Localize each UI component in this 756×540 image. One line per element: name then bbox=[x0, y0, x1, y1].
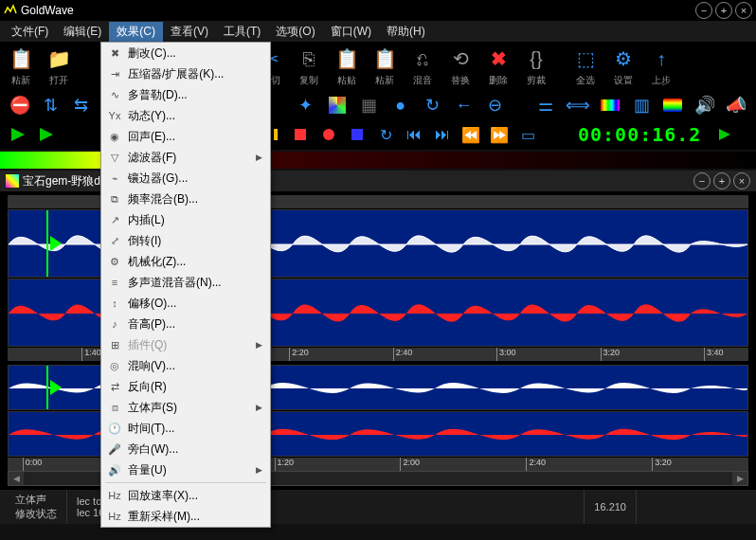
film-icon[interactable]: ▦ bbox=[357, 93, 381, 117]
selall-button[interactable]: ⬚全选 bbox=[568, 45, 603, 87]
time-display: 00:00:16.2 bbox=[572, 123, 707, 146]
menu-item-reverb[interactable]: ◎混响(V)... bbox=[101, 355, 270, 376]
bars-icon[interactable]: ▥ bbox=[629, 93, 653, 117]
swap-v-icon[interactable]: ⇅ bbox=[38, 93, 63, 117]
grid-icon[interactable] bbox=[325, 93, 349, 117]
play2-button[interactable] bbox=[36, 124, 57, 145]
star-icon[interactable]: ✦ bbox=[294, 93, 317, 117]
volume-icon: 🔊 bbox=[105, 462, 124, 477]
menu-item-filter[interactable]: ▽滤波器(F)▶ bbox=[101, 147, 270, 168]
submenu-arrow-icon: ▶ bbox=[256, 403, 266, 412]
menu-view[interactable]: 查看(V) bbox=[163, 22, 216, 42]
maximize-button[interactable]: + bbox=[715, 2, 732, 19]
up-button[interactable]: ↑上步 bbox=[644, 45, 678, 87]
menu-item-pitch[interactable]: ♪音高(P)... bbox=[101, 314, 270, 334]
prev-button[interactable]: ⏮ bbox=[404, 124, 424, 145]
scroll-right-button[interactable]: ▶ bbox=[732, 472, 747, 485]
menu-item-echo[interactable]: ◉回声(E)... bbox=[101, 126, 270, 147]
replace-button[interactable]: ⟲替换 bbox=[443, 45, 477, 87]
menu-item-voiceover[interactable]: 🎤旁白(W)... bbox=[101, 439, 270, 459]
doc-minimize-button[interactable]: − bbox=[693, 172, 711, 189]
next-button[interactable]: ⏭ bbox=[432, 124, 453, 145]
speaker2-icon[interactable]: 📣 bbox=[725, 93, 748, 117]
hz-icon: Hz bbox=[105, 488, 124, 503]
loop-button[interactable]: ↻ bbox=[375, 124, 396, 145]
circle-h-icon[interactable]: ⊖ bbox=[483, 93, 507, 117]
ff-button[interactable]: ⏩ bbox=[489, 124, 510, 145]
menu-item-delete[interactable]: ✖删改(C)... bbox=[101, 43, 270, 63]
flanger-icon: ⌁ bbox=[105, 171, 124, 186]
menu-item-stereo[interactable]: ⧈立体声(S)▶ bbox=[101, 397, 270, 418]
doc-close-button[interactable]: × bbox=[733, 172, 750, 189]
arrow-left-icon[interactable]: ← bbox=[452, 93, 476, 117]
open-button[interactable]: 📁打开 bbox=[42, 45, 76, 87]
svg-marker-1 bbox=[40, 128, 53, 141]
menu-item-dynamics[interactable]: Yx动态(Y)... bbox=[101, 105, 270, 126]
menu-item-mechanize[interactable]: ⚙机械化(Z)... bbox=[101, 251, 270, 272]
menu-item-freqblend[interactable]: ⧉频率混合(B)... bbox=[101, 189, 270, 209]
marker-button[interactable]: ▭ bbox=[517, 124, 538, 145]
menu-item-invert[interactable]: ⤢倒转(I) bbox=[101, 230, 270, 251]
compressor-icon: ⇥ bbox=[105, 66, 124, 81]
rec-button[interactable] bbox=[318, 124, 339, 145]
mix-button[interactable]: ⎌混音 bbox=[405, 45, 440, 87]
minimize-button[interactable]: − bbox=[695, 2, 712, 19]
doc-maximize-button[interactable]: + bbox=[713, 172, 730, 189]
reverse-icon: ⇄ bbox=[105, 379, 124, 394]
orb-icon[interactable]: ● bbox=[388, 93, 412, 117]
sliders-icon[interactable]: ⚌ bbox=[533, 93, 557, 117]
mechanize-icon: ⚙ bbox=[105, 254, 124, 269]
menu-item-time[interactable]: 🕐时间(T)... bbox=[101, 418, 270, 439]
menu-effect[interactable]: 效果(C) bbox=[109, 22, 163, 42]
overview-playhead-icon bbox=[50, 380, 62, 395]
reverb-icon: ◎ bbox=[105, 358, 124, 373]
speaker-icon[interactable]: 🔊 bbox=[693, 93, 716, 117]
rec-stop-button[interactable] bbox=[347, 124, 368, 145]
paste-new-button[interactable]: 📋粘新 bbox=[4, 45, 38, 87]
cycle-icon[interactable]: ↻ bbox=[420, 93, 443, 117]
copy-button[interactable]: ⎘复制 bbox=[292, 45, 326, 87]
play-button[interactable] bbox=[8, 124, 28, 145]
menu-tools[interactable]: 工具(T) bbox=[216, 22, 268, 42]
scroll-left-button[interactable]: ◀ bbox=[9, 472, 24, 485]
swap-h-icon[interactable]: ⇆ bbox=[68, 93, 93, 117]
slider-h-icon[interactable]: ⟺ bbox=[566, 93, 590, 117]
menu-item-multichannel[interactable]: ≡多声道混音器(N)... bbox=[101, 272, 270, 293]
settings-button[interactable]: ⚙设置 bbox=[606, 45, 640, 87]
svg-rect-6 bbox=[351, 129, 363, 140]
rainbow-icon[interactable] bbox=[661, 93, 685, 117]
offset-icon: ↕ bbox=[105, 296, 124, 311]
menu-item-flanger[interactable]: ⌁镶边器(G)... bbox=[101, 168, 270, 189]
voiceover-icon: 🎤 bbox=[105, 441, 124, 457]
stop-button[interactable] bbox=[290, 124, 311, 145]
effect-dropdown-menu: ✖删改(C)... ⇥压缩器/扩展器(K)... ∿多普勒(D)... Yx动态… bbox=[100, 42, 271, 528]
menu-item-interpolate[interactable]: ↗内插(L) bbox=[101, 209, 270, 230]
menu-item-volume[interactable]: 🔊音量(U)▶ bbox=[101, 459, 270, 480]
paste-button[interactable]: 📋粘贴 bbox=[330, 45, 364, 87]
svg-point-5 bbox=[323, 129, 334, 140]
menu-item-compressor[interactable]: ⇥压缩器/扩展器(K)... bbox=[101, 63, 270, 84]
menu-item-playback-rate[interactable]: Hz回放速率(X)... bbox=[101, 485, 270, 506]
folder-icon: 📁 bbox=[45, 45, 72, 72]
menu-item-resample[interactable]: Hz重新采样(M)... bbox=[101, 506, 270, 527]
paste-new2-button[interactable]: 📋粘新 bbox=[368, 45, 402, 87]
close-button[interactable]: × bbox=[735, 2, 752, 19]
submenu-arrow-icon: ▶ bbox=[256, 153, 266, 162]
menu-window[interactable]: 窗口(W) bbox=[323, 22, 379, 42]
menu-options[interactable]: 选项(O) bbox=[268, 22, 322, 42]
delete-button[interactable]: ✖删除 bbox=[481, 45, 515, 87]
spectrum-icon[interactable] bbox=[598, 93, 621, 117]
menu-item-doppler[interactable]: ∿多普勒(D)... bbox=[101, 84, 270, 105]
svg-marker-0 bbox=[11, 128, 25, 141]
no-entry-icon[interactable]: ⛔ bbox=[8, 93, 32, 117]
titlebar: GoldWave − + × bbox=[0, 0, 756, 21]
rew-button[interactable]: ⏪ bbox=[460, 124, 481, 145]
menu-item-reverse[interactable]: ⇄反向(R) bbox=[101, 376, 270, 397]
replace-icon: ⟲ bbox=[447, 45, 474, 72]
menu-help[interactable]: 帮助(H) bbox=[379, 22, 433, 42]
menu-item-offset[interactable]: ↕偏移(O)... bbox=[101, 293, 270, 314]
menu-file[interactable]: 文件(F) bbox=[4, 22, 56, 42]
trim-button[interactable]: {}剪裁 bbox=[519, 45, 553, 87]
doppler-icon: ∿ bbox=[105, 87, 124, 102]
menu-edit[interactable]: 编辑(E) bbox=[56, 22, 109, 42]
